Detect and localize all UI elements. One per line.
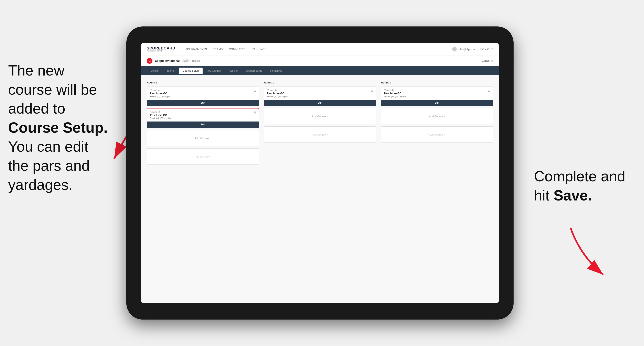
user-avatar [452, 47, 457, 51]
round-1-course-b-label: (Course B) [150, 111, 256, 113]
brand-powered: Powered by clippd [147, 50, 175, 52]
tournament-logo: C [147, 58, 152, 64]
right-arrow-icon [558, 224, 624, 281]
round-3-add-course-1-label: Add Course + [429, 115, 445, 118]
right-annotation-line2: hit [534, 187, 554, 203]
round-3-add-course-2: Add Course + [381, 126, 493, 143]
round-3-title: Round 3 [381, 81, 493, 84]
main-content: Round 1 (Course A) Peachtree GC Yellow (… [140, 75, 499, 303]
round-1-course-a-label: (Course A) [150, 89, 256, 91]
cancel-x-icon: ✕ [491, 59, 493, 62]
annotation-line5: You can edit [8, 138, 88, 155]
nav-teams[interactable]: TEAMS [213, 48, 223, 51]
round-3-course-a-label: (Course A) [384, 89, 490, 91]
round-3-course-a-name: Peachtree GC [384, 92, 490, 95]
nav-committee[interactable]: COMMITTEE [229, 48, 246, 51]
round-1-course-b-card: (Course B) East Lake GC Black (M) (6891 … [147, 108, 259, 128]
tab-teams[interactable]: Teams [163, 68, 178, 74]
round-1-course-b-name: East Lake GC [150, 114, 256, 117]
nav-tournaments[interactable]: TOURNAMENTS [186, 48, 207, 51]
round-1-course-a-card: (Course A) Peachtree GC Yellow (M) (6629… [147, 86, 259, 106]
top-nav: SCOREBOARD Powered by clippd TOURNAMENTS… [140, 43, 499, 56]
round-1-course-a-name: Peachtree GC [150, 92, 256, 95]
annotation-line6: the pars and [8, 158, 90, 174]
round-1-course-a-edit-button[interactable]: Edit [147, 100, 259, 106]
round-2-course-a-card: (Course A) Peachtree GC Yellow (M) (6629… [264, 86, 376, 106]
round-3-add-course-2-label: Add Course + [429, 133, 445, 136]
annotation-line1: The new [8, 62, 64, 79]
round-1-add-course-2: Add Course + [147, 148, 259, 165]
round-2-course-a-edit-button[interactable]: Edit [264, 100, 376, 106]
round-1-course-a-details: Yellow (M) (6629 yds) [150, 95, 256, 98]
round-3-add-course-1[interactable]: Add Course + [381, 108, 493, 124]
round-3-course-a-edit-button[interactable]: Edit [381, 100, 493, 106]
round-1-course-a-delete-icon[interactable]: ⊟ [253, 89, 257, 92]
round-2-column: Round 2 (Course A) Peachtree GC Yellow (… [264, 81, 376, 167]
sign-out-link[interactable]: Sign out [480, 48, 493, 51]
tab-details[interactable]: Details [147, 68, 162, 74]
round-3-column: Round 3 (Course A) Peachtree GC Yellow (… [381, 81, 493, 167]
rounds-grid: Round 1 (Course A) Peachtree GC Yellow (… [147, 81, 493, 167]
round-1-course-b-edit-button[interactable]: Edit [147, 122, 258, 128]
tab-printables[interactable]: Printables [266, 68, 286, 74]
round-2-add-course-2: Add Course + [264, 126, 376, 143]
nav-links: TOURNAMENTS TEAMS COMMITTEE RANKINGS [186, 48, 266, 51]
cancel-label: Cancel [482, 59, 490, 62]
round-1-course-b-delete-icon[interactable]: ⊟ [253, 111, 256, 114]
brand: SCOREBOARD Powered by clippd [147, 46, 175, 52]
round-1-add-course-2-label: Add Course + [195, 155, 211, 158]
tournament-name[interactable]: Clippd Invitational [155, 59, 180, 62]
round-1-add-course-1-label: Add Course + [195, 137, 211, 140]
tournament-bar: C Clippd Invitational Men Hosting Cancel… [140, 56, 499, 66]
brand-name: SCOREBOARD [147, 46, 175, 50]
tabs-bar: Details Teams Course Setup Tee Groups Re… [140, 66, 499, 75]
round-1-title: Round 1 [147, 81, 259, 84]
annotation-line4: Course Setup. [8, 120, 108, 136]
sign-out-separator: | [477, 48, 478, 51]
round-2-add-course-1-label: Add Course + [312, 115, 328, 118]
right-annotation-line1: Complete and [534, 168, 625, 184]
round-2-course-a-delete-icon[interactable]: ⊟ [370, 89, 374, 92]
round-2-add-course-2-label: Add Course + [312, 133, 328, 136]
tab-leaderboards[interactable]: Leaderboards [242, 68, 266, 74]
nav-right: blair@clippd.io | Sign out [452, 47, 493, 51]
round-3-course-a-details: Yellow (M) (6629 yds) [384, 95, 490, 98]
tab-course-setup[interactable]: Course Setup [179, 68, 202, 74]
annotation-line3: added to [8, 100, 65, 117]
annotation-line2: course will be [8, 81, 97, 98]
round-2-course-a-name: Peachtree GC [267, 92, 373, 95]
tab-tee-groups[interactable]: Tee Groups [204, 68, 224, 74]
round-1-add-course-1[interactable]: Add Course + [147, 130, 259, 146]
round-2-course-a-details: Yellow (M) (6629 yds) [267, 95, 373, 98]
round-2-course-a-label: (Course A) [267, 89, 373, 91]
right-annotation-line2bold: Save. [554, 187, 592, 203]
round-3-course-a-card: (Course A) Peachtree GC Yellow (M) (6629… [381, 86, 493, 106]
round-3-course-a-delete-icon[interactable]: ⊟ [487, 89, 491, 92]
right-annotation: Complete and hit Save. [534, 167, 632, 205]
round-2-title: Round 2 [264, 81, 376, 84]
round-2-add-course-1[interactable]: Add Course + [264, 108, 376, 124]
round-1-course-b-details: Black (M) (6891 yds) [150, 117, 256, 120]
user-email: blair@clippd.io [459, 48, 475, 51]
round-1-column: Round 1 (Course A) Peachtree GC Yellow (… [147, 81, 259, 167]
tournament-gender: Men [182, 59, 190, 62]
nav-rankings[interactable]: RANKINGS [252, 48, 266, 51]
tablet-device: SCOREBOARD Powered by clippd TOURNAMENTS… [126, 26, 514, 320]
tournament-hosting: Hosting [192, 59, 200, 62]
tablet-screen: SCOREBOARD Powered by clippd TOURNAMENTS… [140, 43, 499, 303]
tournament-logo-text: C [148, 59, 150, 62]
cancel-button[interactable]: Cancel ✕ [482, 59, 493, 62]
annotation-line7: yardages. [8, 177, 72, 193]
tab-results[interactable]: Results [225, 68, 241, 74]
